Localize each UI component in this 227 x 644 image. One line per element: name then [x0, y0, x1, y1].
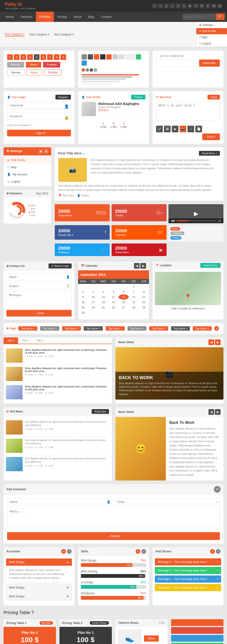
cal-day[interactable]: 23	[78, 305, 88, 310]
accordion-add-btn[interactable]: +	[61, 549, 66, 554]
comment-email-input[interactable]	[115, 498, 220, 506]
accordion-header-1[interactable]: Web Design ▲	[6, 558, 72, 566]
cal-day[interactable]: 18	[98, 300, 108, 305]
page-btn-9[interactable]: 9	[60, 54, 66, 60]
state-hover-btn[interactable]: Hover	[26, 62, 41, 68]
search-button[interactable]: 🔍	[216, 14, 224, 20]
cal-day[interactable]: 3	[88, 289, 98, 294]
cal-day[interactable]: 26	[108, 305, 119, 310]
alert-close-2[interactable]: ×	[216, 569, 218, 572]
page-btn-4[interactable]: 4	[27, 54, 33, 60]
add-tag-button[interactable]: +	[214, 326, 219, 331]
page-btn-6[interactable]: 6	[40, 54, 46, 60]
alert-close-4[interactable]: ×	[216, 586, 218, 589]
state-normal-outline-btn[interactable]: Normal	[7, 70, 24, 76]
tag-item[interactable]: Tag Name ×	[18, 326, 37, 330]
state-hover-outline-btn[interactable]: Hover	[26, 70, 42, 76]
cal-day[interactable]: 30	[78, 310, 88, 315]
accordion-header-2[interactable]: Web Design ▼	[6, 584, 72, 591]
search-input[interactable]	[182, 14, 216, 20]
tab-1[interactable]: Tab 1	[4, 338, 18, 344]
save-copy-button[interactable]: ✔ Save a copy	[48, 264, 72, 268]
post-icon-doc[interactable]: 📄	[195, 126, 202, 132]
cal-day[interactable]: 15	[139, 294, 149, 300]
edit-profile-item[interactable]: ✏ Edit Profile	[196, 28, 227, 34]
comment-reply-input[interactable]	[7, 508, 220, 527]
soundcloud-icon[interactable]: SC	[200, 4, 204, 8]
tag-item[interactable]: Tag Name ×	[106, 326, 125, 330]
forgot-password[interactable]: Lost Your Password ?	[7, 124, 71, 126]
nav-home[interactable]: Home	[2, 12, 17, 22]
slider-next-btn[interactable]: ▶	[215, 339, 220, 345]
contact-name[interactable]	[6, 274, 72, 280]
state-pushed-outline-btn[interactable]: Pushed	[44, 70, 62, 76]
cal-day[interactable]: 12	[108, 294, 119, 300]
read-more-button[interactable]: Read More »	[199, 151, 220, 156]
cal-day[interactable]	[139, 284, 149, 289]
tag-item[interactable]: Tag Name ×	[149, 326, 168, 330]
tag-item[interactable]: Tag Name ×	[84, 326, 103, 330]
post-icon-link[interactable]: 🔗	[156, 126, 163, 132]
slider-prev-btn[interactable]: ◀	[208, 339, 214, 345]
cal-day[interactable]: 9	[78, 294, 88, 300]
sub-nav-1[interactable]: Sub Category 1	[5, 32, 24, 36]
cal-day[interactable]	[98, 284, 108, 289]
register-button[interactable]: Register	[56, 95, 71, 100]
state-pushed-btn[interactable]: Pushed	[43, 62, 60, 68]
post-icon-camera[interactable]: 📷	[180, 126, 186, 132]
page-btn-3[interactable]: 3	[20, 54, 26, 60]
cal-day[interactable]: 1	[129, 284, 139, 289]
vimeo-icon[interactable]: V	[194, 4, 198, 8]
facebook-icon[interactable]: f	[152, 4, 157, 8]
cal-day[interactable]	[88, 284, 98, 289]
volume-icon[interactable]: 🔊	[218, 220, 221, 222]
alert-add-btn[interactable]: +	[210, 549, 215, 554]
cal-day[interactable]: 8	[139, 289, 149, 294]
deviantart-icon[interactable]: DA	[218, 4, 222, 8]
cal-day[interactable]: 20	[118, 300, 129, 305]
cal-day[interactable]: 24	[88, 305, 98, 310]
tag-item[interactable]: Tag Name ×	[62, 326, 81, 330]
accordion-header-3[interactable]: Web Design ▼	[6, 593, 72, 600]
skills-remove-btn[interactable]: −	[141, 549, 146, 554]
cal-day[interactable]: 28	[129, 305, 139, 310]
slider2-next-btn[interactable]: ▶	[215, 409, 220, 415]
mailing-input[interactable]	[156, 60, 199, 67]
cal-day[interactable]: 7	[129, 289, 139, 294]
logout-item[interactable]: ↪ Logout	[196, 40, 227, 47]
new-post-textarea[interactable]	[156, 102, 220, 121]
slider2-prev-btn[interactable]: ◀	[208, 409, 214, 415]
settings-help[interactable]: ? Help	[4, 164, 51, 171]
settings-my-account[interactable]: 👤 My Account	[4, 171, 51, 178]
alert-close-3[interactable]: ×	[216, 577, 218, 581]
cal-day[interactable]: 17	[88, 300, 98, 305]
tab-3[interactable]: Tab 3	[33, 338, 47, 344]
state-normal-btn[interactable]: Normal	[7, 62, 24, 68]
cal-day[interactable]	[78, 284, 88, 289]
comment-submit-button[interactable]: → Submit	[7, 532, 220, 540]
nav-services[interactable]: Services	[17, 12, 36, 22]
cal-day[interactable]: 5	[108, 289, 119, 294]
cal-day[interactable]	[118, 284, 129, 289]
settings-edit-profile[interactable]: ⊕ Edit Profile	[4, 156, 51, 164]
linkedin-icon[interactable]: in	[176, 4, 180, 8]
cal-day[interactable]: 27	[118, 305, 129, 310]
sub-nav-2[interactable]: Sub Category 2	[29, 33, 49, 36]
great-button[interactable]: Great	[208, 95, 220, 100]
post-button[interactable]: Post It	[202, 134, 220, 140]
page-btn-7[interactable]: 7	[47, 54, 53, 60]
cal-day[interactable]: 22	[139, 300, 149, 305]
nav-about[interactable]: About	[70, 12, 85, 22]
subscribe-btn[interactable]: Subscribe-	[199, 60, 220, 67]
tag-item[interactable]: Tag Name ×	[171, 326, 190, 330]
cal-day[interactable]: 4	[98, 289, 108, 294]
settings-icon-2[interactable]: ✕	[44, 149, 48, 154]
cal-next-btn[interactable]: ▶	[140, 263, 146, 269]
accordion-remove-btn[interactable]: −	[67, 549, 72, 554]
follow-button[interactable]: Follow	[131, 95, 146, 100]
behance-icon[interactable]: Be	[212, 4, 216, 8]
post-icon-image[interactable]: 🖼	[164, 126, 170, 132]
settings-logout[interactable]: ↪ Logout	[4, 178, 51, 185]
cal-day[interactable]: 11	[98, 294, 108, 300]
dribbble-icon[interactable]: D	[206, 4, 210, 8]
